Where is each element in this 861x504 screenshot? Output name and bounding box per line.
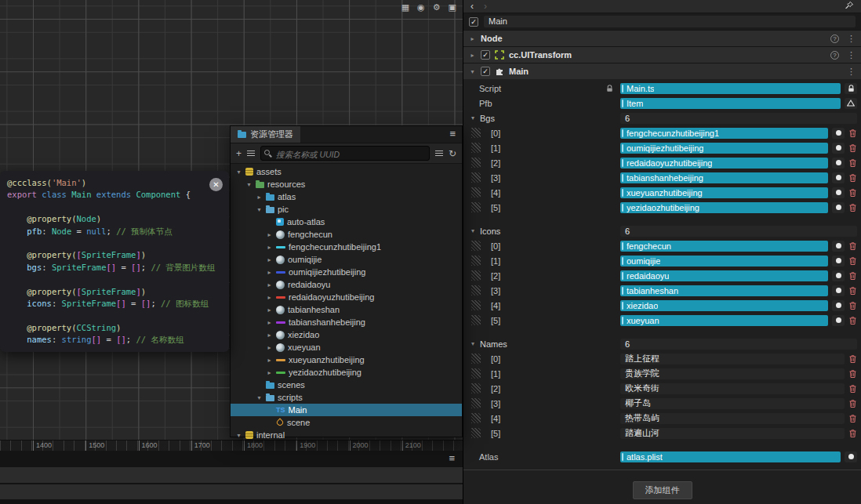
array-size-field[interactable]: 6 — [620, 226, 857, 237]
delete-button[interactable] — [848, 369, 857, 379]
history-back-button[interactable]: ‹ — [470, 1, 474, 12]
asset-ref-field[interactable]: xueyuan — [620, 315, 828, 326]
chevron-icon[interactable]: ▾ — [235, 432, 242, 439]
tree-item-redaidaoyuzhutibeijing[interactable]: ▸redaidaoyuzhutibeijing — [231, 291, 462, 303]
tree-item-scripts[interactable]: ▾scripts — [231, 391, 462, 404]
asset-preview-icon[interactable] — [832, 315, 845, 326]
asset-ref-field[interactable]: fengchecun — [620, 241, 828, 252]
delete-button[interactable] — [848, 316, 857, 325]
asset-preview-icon[interactable] — [832, 285, 845, 296]
chevron-down-icon[interactable]: ▾ — [470, 340, 476, 347]
tree-item-scene[interactable]: scene — [231, 416, 462, 429]
string-field[interactable]: 贵族学院 — [620, 368, 845, 379]
grid-icon[interactable]: ▦ — [401, 1, 409, 13]
chevron-icon[interactable]: ▸ — [266, 231, 273, 238]
drag-handle-icon[interactable] — [471, 354, 481, 364]
uitransform-section-header[interactable]: ▸ ✓ cc.UITransform ? ⋮ — [463, 46, 861, 63]
main-component-header[interactable]: ▾ ✓ Main ⋮ — [463, 63, 861, 79]
node-name-field[interactable]: Main — [484, 16, 856, 27]
icons-section-row[interactable]: ▾ Icons 6 — [463, 223, 861, 238]
add-asset-button[interactable]: + — [236, 149, 242, 158]
chevron-icon[interactable]: ▾ — [245, 181, 252, 188]
asset-search-box[interactable] — [260, 146, 430, 161]
string-field[interactable]: 踏遍山河 — [620, 428, 845, 439]
asset-preview-icon[interactable] — [832, 128, 845, 139]
string-field[interactable]: 椰子岛 — [620, 398, 845, 409]
delete-button[interactable] — [848, 241, 857, 251]
array-size-field[interactable]: 6 — [620, 113, 857, 124]
gear-icon[interactable]: ⚙ — [433, 1, 441, 13]
chevron-icon[interactable]: ▸ — [266, 281, 273, 288]
delete-button[interactable] — [848, 399, 857, 408]
tree-item-fengchecun[interactable]: ▸fengchecun — [231, 228, 462, 241]
asset-preview-icon[interactable] — [832, 158, 845, 169]
tree-item-Main[interactable]: TSMain — [231, 404, 462, 416]
atlas-asset-field[interactable]: atlas.plist — [620, 451, 841, 462]
drag-handle-icon[interactable] — [471, 398, 481, 408]
asset-ref-field[interactable]: tabianheshan — [620, 285, 828, 296]
drag-handle-icon[interactable] — [471, 187, 481, 198]
tree-item-oumiqijie[interactable]: ▸oumiqijie — [231, 253, 462, 266]
tree-item-redaidaoyu[interactable]: ▸redaidaoyu — [231, 278, 462, 291]
tree-item-resources[interactable]: ▾resources — [231, 178, 462, 190]
chevron-icon[interactable]: ▸ — [266, 306, 273, 314]
assets-panel-tab[interactable]: 资源管理器 — [231, 126, 300, 143]
chevron-right-icon[interactable]: ▸ — [469, 35, 476, 42]
node-active-checkbox[interactable]: ✓ — [469, 17, 478, 27]
chevron-icon[interactable]: ▸ — [266, 256, 273, 263]
tree-item-yezidaozhutibeijing[interactable]: ▸yezidaozhutibeijing — [231, 366, 462, 379]
component-enabled-checkbox[interactable]: ✓ — [481, 50, 490, 60]
kebab-menu-icon[interactable]: ⋮ — [847, 67, 856, 76]
delete-button[interactable] — [848, 143, 857, 153]
delete-button[interactable] — [848, 271, 857, 281]
drag-handle-icon[interactable] — [471, 202, 481, 212]
chevron-icon[interactable]: ▸ — [256, 194, 263, 201]
drag-handle-icon[interactable] — [471, 172, 481, 183]
drag-handle-icon[interactable] — [471, 241, 481, 251]
panel-menu-icon[interactable]: ≡ — [449, 128, 456, 140]
delete-button[interactable] — [848, 429, 857, 438]
pin-icon[interactable] — [845, 0, 854, 13]
delete-button[interactable] — [848, 173, 857, 183]
kebab-menu-icon[interactable]: ⋮ — [847, 51, 856, 60]
filter-list-icon[interactable] — [435, 150, 443, 156]
history-forward-button[interactable]: › — [484, 1, 487, 12]
chevron-icon[interactable]: ▾ — [256, 394, 263, 401]
chevron-icon[interactable]: ▸ — [266, 369, 273, 376]
asset-ref-field[interactable]: yezidaozhutibeijing — [620, 202, 828, 213]
delete-button[interactable] — [848, 414, 857, 423]
tree-item-atlas[interactable]: ▸atlas — [231, 190, 462, 203]
asset-search-input[interactable] — [274, 147, 430, 161]
delete-button[interactable] — [848, 129, 857, 138]
tree-item-xueyuan[interactable]: ▸xueyuan — [231, 341, 462, 354]
drag-handle-icon[interactable] — [471, 383, 481, 393]
delete-button[interactable] — [848, 286, 857, 296]
tree-item-assets[interactable]: ▾assets — [231, 165, 462, 178]
asset-ref-field[interactable]: redaidaoyu — [620, 270, 828, 281]
drag-handle-icon[interactable] — [471, 368, 481, 379]
bgs-section-row[interactable]: ▾ Bgs 6 — [463, 111, 861, 125]
close-icon[interactable]: ✕ — [209, 178, 223, 191]
panel-menu-icon[interactable]: ≡ — [449, 452, 455, 464]
tree-item-fengchecunzhutibeijing1[interactable]: ▸fengchecunzhutibeijing1 — [231, 241, 462, 253]
chevron-icon[interactable]: ▸ — [266, 269, 273, 276]
asset-ref-field[interactable]: xueyuanzhutibeijing — [620, 187, 828, 198]
asset-ref-field[interactable]: tabianshanhebeijing — [620, 172, 828, 183]
chevron-icon[interactable]: ▸ — [266, 319, 273, 326]
drag-handle-icon[interactable] — [471, 300, 481, 310]
chevron-icon[interactable]: ▸ — [266, 357, 273, 364]
asset-ref-field[interactable]: oumiqijie — [620, 256, 828, 267]
tree-item-scenes[interactable]: scenes — [231, 379, 462, 391]
asset-ref-field[interactable]: xiezidao — [620, 300, 828, 311]
names-section-row[interactable]: ▾ Names 6 — [463, 336, 861, 351]
drag-handle-icon[interactable] — [471, 256, 481, 266]
asset-preview-icon[interactable] — [832, 241, 845, 252]
prefab-asset-field[interactable]: Item — [620, 98, 841, 109]
drag-handle-icon[interactable] — [471, 143, 481, 153]
help-icon[interactable]: ? — [830, 51, 839, 60]
asset-preview-icon[interactable] — [832, 202, 845, 213]
node-section-header[interactable]: ▸ Node ? ⋮ — [463, 30, 861, 46]
delete-button[interactable] — [848, 256, 857, 266]
chevron-icon[interactable]: ▾ — [235, 169, 242, 176]
drag-handle-icon[interactable] — [471, 428, 481, 438]
